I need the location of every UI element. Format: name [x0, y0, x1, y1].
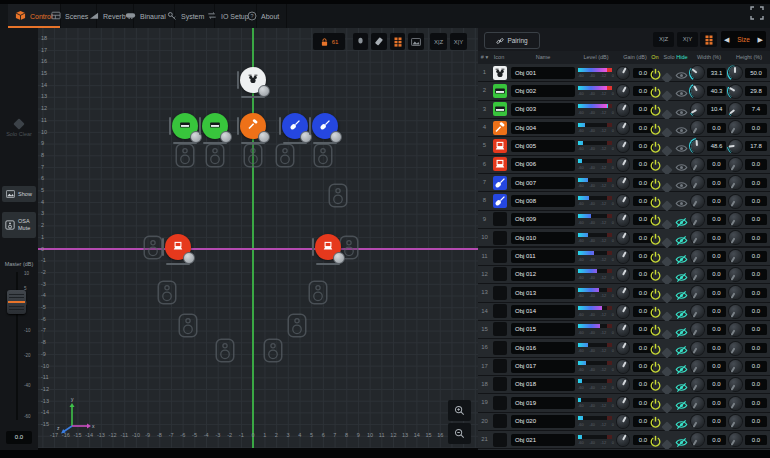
height-knob[interactable]: [727, 193, 743, 209]
row-name-field[interactable]: Obj 015: [511, 323, 575, 336]
table-row[interactable]: 21 Obj 021 -60-40-120 0.0 0.0 0.0: [478, 431, 770, 448]
row-name-field[interactable]: Obj 018: [511, 378, 575, 391]
row-name-field[interactable]: Obj 001: [511, 67, 575, 80]
on-button[interactable]: [649, 232, 662, 245]
row-name-field[interactable]: Obj 004: [511, 122, 575, 135]
height-knob[interactable]: [727, 413, 743, 429]
solo-button[interactable]: [663, 123, 673, 133]
on-button[interactable]: [649, 360, 662, 373]
hide-button[interactable]: [675, 361, 688, 372]
panel-grid-button[interactable]: [700, 32, 717, 47]
table-row[interactable]: 17 Obj 017 -60-40-120 0.0 0.0 0.0: [478, 358, 770, 375]
height-knob[interactable]: [727, 358, 743, 374]
row-name-field[interactable]: Obj 021: [511, 434, 575, 447]
on-button[interactable]: [649, 323, 662, 336]
width-knob[interactable]: [689, 175, 705, 191]
gain-knob[interactable]: [615, 340, 631, 356]
height-knob[interactable]: [727, 101, 743, 117]
solo-button[interactable]: [663, 343, 673, 353]
row-icon[interactable]: [493, 84, 507, 98]
table-row[interactable]: 7 Obj 007 -60-40-120 0.0 0.0 0.0: [478, 174, 770, 191]
height-value-field[interactable]: 0.0: [745, 123, 767, 134]
height-value-field[interactable]: 0.0: [745, 196, 767, 207]
width-knob[interactable]: [689, 377, 705, 393]
row-icon[interactable]: [493, 157, 507, 171]
solo-button[interactable]: [663, 435, 673, 445]
row-name-field[interactable]: Obj 006: [511, 158, 575, 171]
stage-object-guitar[interactable]: [282, 113, 308, 139]
zoom-in-button[interactable]: [448, 400, 471, 421]
width-value-field[interactable]: 0.0: [707, 324, 726, 335]
gain-knob[interactable]: [615, 395, 631, 411]
object-handle-badge[interactable]: [333, 252, 345, 264]
pairing-button[interactable]: Pairing: [484, 32, 540, 49]
hide-button[interactable]: [675, 195, 688, 206]
gain-knob[interactable]: [615, 322, 631, 338]
row-icon[interactable]: [493, 139, 507, 153]
height-knob[interactable]: [727, 322, 743, 338]
stage-object-keys[interactable]: [172, 113, 198, 139]
on-button[interactable]: [649, 397, 662, 410]
row-name-field[interactable]: Obj 017: [511, 360, 575, 373]
table-row[interactable]: 10 Obj 010 -60-40-120 0.0 0.0 0.0: [478, 229, 770, 246]
panel-view-xz-button[interactable]: X|Z: [653, 32, 674, 47]
row-name-field[interactable]: Obj 019: [511, 397, 575, 410]
width-value-field[interactable]: 40.3: [707, 86, 726, 97]
on-button[interactable]: [649, 378, 662, 391]
solo-button[interactable]: [663, 178, 673, 188]
width-knob[interactable]: [689, 120, 705, 136]
table-row[interactable]: 5 Obj 005 -60-40-120 0.0 48.6 17.8: [478, 137, 770, 154]
master-value-field[interactable]: 0.0: [6, 431, 32, 444]
width-value-field[interactable]: 0.0: [707, 435, 726, 446]
width-knob[interactable]: [689, 248, 705, 264]
gain-knob[interactable]: [615, 230, 631, 246]
table-row[interactable]: 11 Obj 011 -60-40-120 0.0 0.0 0.0: [478, 248, 770, 265]
height-knob[interactable]: [727, 212, 743, 228]
width-knob[interactable]: [689, 285, 705, 301]
height-value-field[interactable]: 0.0: [745, 159, 767, 170]
hide-button[interactable]: [675, 67, 688, 78]
gain-knob[interactable]: [615, 65, 631, 81]
row-icon[interactable]: [493, 433, 507, 447]
hide-button[interactable]: [675, 324, 688, 335]
gain-knob[interactable]: [615, 285, 631, 301]
stage-object-mic[interactable]: [240, 113, 266, 139]
solo-button[interactable]: [663, 160, 673, 170]
row-name-field[interactable]: Obj 005: [511, 140, 575, 153]
row-icon[interactable]: [493, 176, 507, 190]
width-value-field[interactable]: 0.0: [707, 178, 726, 189]
on-button[interactable]: [649, 434, 662, 447]
on-button[interactable]: [649, 250, 662, 263]
hide-button[interactable]: [675, 159, 688, 170]
table-row[interactable]: 2 Obj 002 -60-40-120 0.0 40.3 29.8: [478, 82, 770, 99]
height-value-field[interactable]: 17.8: [745, 141, 767, 152]
width-knob[interactable]: [689, 193, 705, 209]
hide-button[interactable]: [675, 397, 688, 408]
hide-button[interactable]: [675, 85, 688, 96]
width-value-field[interactable]: 0.0: [707, 123, 726, 134]
hide-button[interactable]: [675, 342, 688, 353]
gain-knob[interactable]: [615, 120, 631, 136]
object-handle-badge[interactable]: [330, 131, 342, 143]
background-image-button[interactable]: [408, 33, 424, 50]
hide-button[interactable]: [675, 214, 688, 225]
row-name-field[interactable]: Obj 002: [511, 85, 575, 98]
width-value-field[interactable]: 0.0: [707, 306, 726, 317]
solo-clear-button[interactable]: Solo Clear: [2, 120, 36, 138]
row-icon[interactable]: [493, 359, 507, 373]
width-value-field[interactable]: 0.0: [707, 233, 726, 244]
row-icon[interactable]: [493, 286, 507, 300]
width-knob[interactable]: [689, 413, 705, 429]
gain-knob[interactable]: [615, 193, 631, 209]
table-row[interactable]: 20 Obj 020 -60-40-120 0.0 0.0 0.0: [478, 413, 770, 430]
height-knob[interactable]: [727, 175, 743, 191]
solo-button[interactable]: [663, 380, 673, 390]
height-value-field[interactable]: 0.0: [745, 233, 767, 244]
on-button[interactable]: [649, 415, 662, 428]
row-name-field[interactable]: Obj 013: [511, 287, 575, 300]
height-knob[interactable]: [727, 432, 743, 448]
on-button[interactable]: [649, 287, 662, 300]
hide-button[interactable]: [675, 416, 688, 427]
width-value-field[interactable]: 48.6: [707, 141, 726, 152]
table-row[interactable]: 8 Obj 008 -60-40-120 0.0 0.0 0.0: [478, 192, 770, 209]
